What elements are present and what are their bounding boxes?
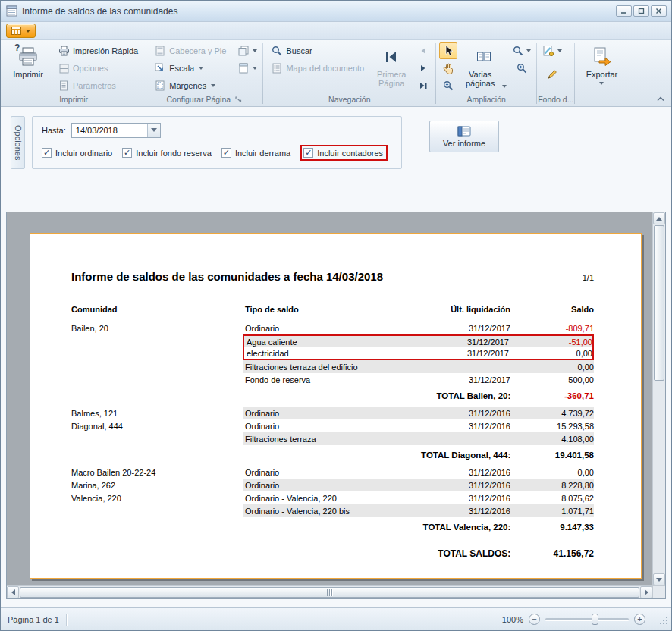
minus-icon: −	[532, 615, 536, 623]
chevron-down-icon	[199, 67, 203, 70]
ver-informe-label: Ver informe	[443, 139, 485, 148]
group-separator	[262, 43, 263, 104]
collapse-ribbon-button[interactable]	[655, 93, 667, 104]
minimize-button[interactable]	[616, 5, 632, 17]
group-label-navegacion: Navegación	[264, 94, 435, 106]
pointer-tool-button[interactable]	[439, 42, 457, 59]
scroll-up-button[interactable]	[653, 212, 665, 224]
imprimir-button[interactable]: ? Imprimir	[5, 42, 52, 81]
zoom-out-button-statusbar[interactable]: −	[529, 614, 540, 625]
horizontal-scrollbar[interactable]	[7, 585, 652, 598]
zoom-slider[interactable]	[545, 618, 629, 620]
table-row: Balmes, 121Ordinario31/12/20164.739,72	[71, 407, 594, 419]
checkbox-incluir-ordinario[interactable]: ✓Incluir ordinario	[42, 148, 112, 158]
checkbox-box-icon[interactable]: ✓	[221, 148, 231, 158]
ver-informe-button[interactable]: Ver informe	[429, 121, 499, 152]
hasta-date-value[interactable]: 14/03/2018	[72, 126, 147, 135]
group-separator	[146, 43, 146, 104]
group-label-exportar	[576, 94, 627, 106]
edit-background-button[interactable]	[540, 66, 564, 83]
scroll-left-button[interactable]	[7, 586, 19, 598]
vertical-scroll-thumb[interactable]	[654, 225, 664, 381]
paper-orientation-button[interactable]	[235, 42, 259, 59]
close-button[interactable]	[651, 5, 667, 17]
row-band: Ordinario31/12/20160,00	[243, 466, 594, 479]
pencil-icon	[547, 69, 557, 80]
horizontal-scroll-thumb[interactable]	[20, 587, 639, 598]
scroll-right-button[interactable]	[640, 586, 652, 598]
cell-saldo: 1.071,71	[510, 507, 594, 516]
ribbon-group-navegacion: Buscar Mapa del documento Primera Página	[264, 41, 435, 106]
group-separator	[435, 43, 436, 104]
last-page-button[interactable]	[414, 77, 432, 94]
ribbon: ? Imprimir Impresión Rápida	[1, 40, 671, 107]
checkbox-incluir-derrama[interactable]: ✓Incluir derrama	[221, 148, 290, 158]
chevron-down-icon	[151, 128, 157, 132]
buscar-button[interactable]: Buscar	[266, 42, 369, 59]
primera-pagina-button[interactable]: Primera Página	[370, 42, 413, 90]
cell-tipo-saldo: Ordinario	[245, 481, 412, 490]
paper-size-icon	[237, 62, 250, 74]
cell-ult-liquidacion: 31/12/2017	[412, 375, 510, 385]
mapa-documento-button[interactable]: Mapa del documento	[266, 60, 369, 77]
zoom-in-button[interactable]	[510, 60, 533, 77]
impresion-rapida-button[interactable]: Impresión Rápida	[53, 42, 143, 59]
cell-saldo: -809,71	[510, 324, 594, 333]
group-label-fondo: Fondo d...	[538, 94, 573, 106]
dialog-launcher-button[interactable]	[234, 96, 243, 104]
zoom-in-button-statusbar[interactable]: +	[634, 614, 645, 625]
cell-saldo: 0,00	[510, 363, 594, 372]
cell-saldo: 500,00	[510, 375, 594, 385]
scroll-down-button[interactable]	[653, 573, 665, 585]
ribbon-group-ampliacion: Varias páginas Ampliación	[437, 41, 535, 106]
cell-tipo-saldo: Fondo de reserva	[245, 375, 412, 385]
zoom-controls: 100% − +	[502, 614, 668, 625]
table-row: electricidad31/12/20170,00	[71, 347, 594, 360]
total-value: 19.401,58	[510, 450, 594, 460]
paper-size-button[interactable]	[235, 60, 259, 77]
hand-icon	[443, 63, 454, 74]
zoom-button[interactable]	[510, 42, 533, 59]
cell-ult-liquidacion: 31/12/2016	[412, 409, 510, 418]
multiple-pages-icon	[476, 46, 491, 67]
options-grid-icon	[58, 62, 70, 74]
zoom-slider-thumb[interactable]	[592, 614, 598, 625]
cell-tipo-saldo: Agua caliente	[247, 337, 410, 347]
checkbox-box-icon[interactable]: ✓	[42, 148, 52, 158]
report-title: Informe de saldos de las comunidades a f…	[71, 270, 583, 283]
exportar-button[interactable]: Exportar	[578, 42, 625, 87]
cell-comunidad	[71, 334, 243, 347]
row-band: Ordinario31/12/2017-809,71	[243, 322, 594, 334]
escala-button[interactable]: Escala	[149, 60, 231, 77]
cell-tipo-saldo: electricidad	[247, 349, 410, 358]
hasta-date-combo[interactable]: 14/03/2018	[71, 123, 161, 138]
checkbox-incluir-contadores[interactable]: ✓Incluir contadores	[300, 145, 388, 161]
total-value: 9.147,33	[510, 523, 594, 532]
hand-tool-button[interactable]	[439, 60, 457, 77]
hasta-label: Hasta:	[42, 126, 66, 135]
maximize-button[interactable]	[633, 5, 649, 17]
opciones-button[interactable]: Opciones	[53, 60, 143, 77]
cabecera-pie-button[interactable]: Cabecera y Pie	[149, 42, 231, 59]
date-dropdown-button[interactable]	[147, 124, 160, 137]
app-menu-button[interactable]	[6, 24, 36, 38]
cell-ult-liquidacion: 31/12/2017	[410, 349, 509, 358]
export-icon	[592, 46, 611, 67]
cell-tipo-saldo: Ordinario	[245, 324, 412, 333]
group-separator	[536, 43, 537, 104]
zoom-out-button[interactable]	[439, 77, 457, 94]
margenes-button[interactable]: Márgenes	[149, 77, 231, 94]
previous-page-button[interactable]	[414, 42, 432, 59]
minimize-icon	[620, 8, 627, 14]
resize-grip[interactable]	[658, 615, 668, 625]
next-page-button[interactable]	[414, 60, 432, 77]
vertical-scrollbar[interactable]	[652, 212, 665, 585]
varias-paginas-button[interactable]: Varias páginas	[459, 42, 509, 90]
checkbox-incluir-fondo-reserva[interactable]: ✓Incluir fondo reserva	[122, 148, 212, 158]
parametros-button[interactable]: Parámetros	[53, 77, 143, 94]
checkbox-box-icon[interactable]: ✓	[122, 148, 132, 158]
watermark-button[interactable]	[540, 42, 564, 59]
checkbox-box-icon[interactable]: ✓	[303, 148, 313, 158]
app-menu-icon	[11, 27, 21, 35]
row-band: electricidad31/12/20170,00	[243, 347, 594, 360]
